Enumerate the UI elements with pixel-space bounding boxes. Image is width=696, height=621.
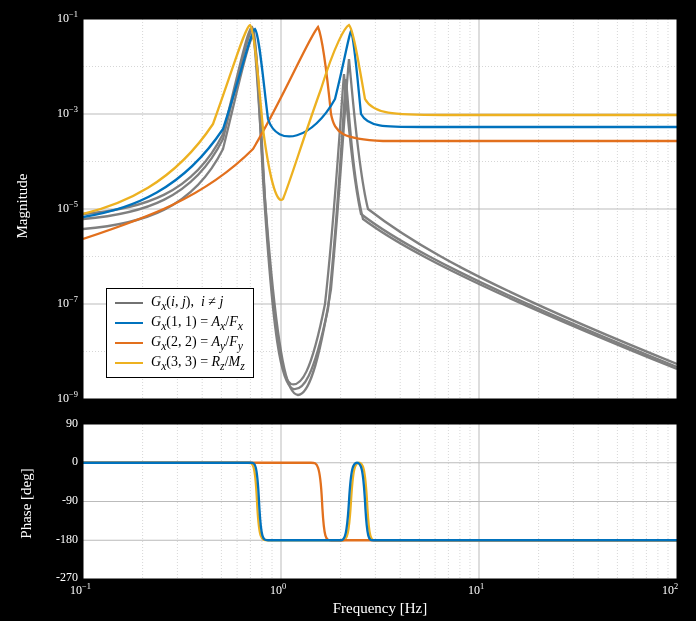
xtick-1: 100: [270, 582, 286, 598]
phase-panel: [82, 423, 678, 580]
phase-ytick-3: 0: [48, 454, 78, 469]
legend-item-g22: Gx(2, 2) = Ay/Fy: [115, 333, 245, 353]
legend-label-2: Gx(2, 2) = Ay/Fy: [151, 334, 243, 353]
legend: Gx(i, j), i ≠ j Gx(1, 1) = Ax/Fx Gx(2, 2…: [106, 288, 254, 378]
swatch-gray: [115, 302, 143, 304]
ylabel-magnitude: Magnitude: [14, 179, 31, 239]
mag-ytick-2: 10−5: [44, 200, 78, 216]
xtick-2: 101: [468, 582, 484, 598]
mag-ytick-3: 10−3: [44, 105, 78, 121]
phase-ytick-1: -180: [48, 532, 78, 547]
legend-label-1: Gx(1, 1) = Ax/Fx: [151, 314, 243, 333]
phase-ytick-2: -90: [48, 493, 78, 508]
g11-curve: [83, 29, 677, 217]
ylabel-phase: Phase [deg]: [18, 464, 35, 544]
mag-ytick-0: 10−9: [44, 390, 78, 406]
mag-ytick-4: 10−1: [44, 10, 78, 26]
legend-item-g11: Gx(1, 1) = Ax/Fx: [115, 313, 245, 333]
xtick-3: 102: [662, 582, 678, 598]
bode-plot-figure: Magnitude 10−9 10−7 10−5 10−3 10−1 Phase…: [0, 0, 696, 621]
g22-curve: [83, 27, 677, 239]
legend-item-offdiag: Gx(i, j), i ≠ j: [115, 293, 245, 313]
legend-label-3: Gx(3, 3) = Rz/Mz: [151, 354, 245, 373]
g33-curve: [83, 25, 677, 214]
legend-label-0: Gx(i, j), i ≠ j: [151, 294, 223, 313]
xtick-0: 10−1: [70, 582, 91, 598]
phase-ytick-4: 90: [48, 416, 78, 431]
swatch-orange: [115, 342, 143, 344]
swatch-yellow: [115, 362, 143, 364]
phase-svg: [83, 424, 677, 579]
mag-ytick-1: 10−7: [44, 295, 78, 311]
swatch-blue: [115, 322, 143, 324]
legend-item-g33: Gx(3, 3) = Rz/Mz: [115, 353, 245, 373]
xlabel: Frequency [Hz]: [300, 600, 460, 617]
